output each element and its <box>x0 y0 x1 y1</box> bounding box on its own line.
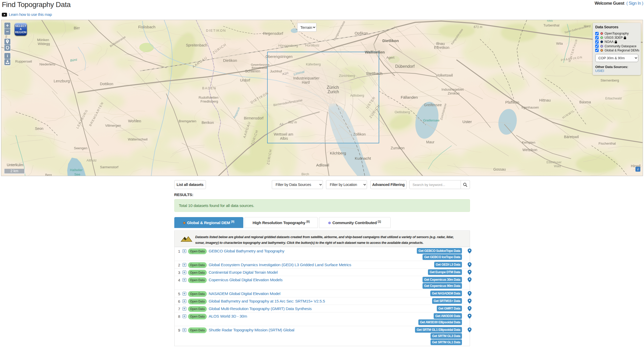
svg-text:Bernstrasse: Bernstrasse <box>252 66 267 69</box>
svg-text:Sarmenstorf: Sarmenstorf <box>100 165 119 169</box>
svg-text:Zurich: Zurich <box>328 90 339 94</box>
svg-text:Kempten: Kempten <box>522 140 535 144</box>
svg-text:Schlieren: Schlieren <box>245 69 260 73</box>
svg-text:Agert: Agert <box>386 56 394 59</box>
svg-text:Uster: Uster <box>462 119 472 124</box>
svg-text:Dietlikon: Dietlikon <box>382 38 399 43</box>
svg-text:Möriken: Möriken <box>37 38 49 42</box>
svg-text:Birch: Birch <box>301 172 309 176</box>
svg-text:Gossau: Gossau <box>493 167 506 171</box>
svg-text:Irgenhausen: Irgenhausen <box>522 106 539 109</box>
svg-text:Gewerbezone: Gewerbezone <box>251 63 269 66</box>
svg-text:Kusnacht: Kusnacht <box>355 156 371 160</box>
svg-text:Zimikon: Zimikon <box>448 91 460 95</box>
svg-text:Zollikon: Zollikon <box>353 132 366 136</box>
svg-text:Bremgarten: Bremgarten <box>179 119 196 123</box>
svg-text:Dietikon: Dietikon <box>223 58 237 63</box>
svg-text:Hittnau: Hittnau <box>539 98 551 102</box>
svg-text:A3: A3 <box>280 123 283 126</box>
svg-text:Altholz: Altholz <box>86 158 96 162</box>
svg-text:671 m: 671 m <box>474 25 482 29</box>
svg-text:Birmensdorf: Birmensdorf <box>244 116 264 120</box>
svg-text:Bauma: Bauma <box>579 100 591 104</box>
svg-text:Greifensee: Greifensee <box>424 103 442 107</box>
svg-text:Illnau: Illnau <box>436 42 445 46</box>
svg-text:Zumikon: Zumikon <box>391 146 405 150</box>
svg-text:Käferberg: Käferberg <box>306 62 321 66</box>
svg-text:Seon: Seon <box>35 126 44 131</box>
svg-text:Zürich: Zürich <box>327 85 339 90</box>
svg-text:Fislisbach: Fislisbach <box>138 25 156 29</box>
svg-text:Dottikon: Dottikon <box>100 82 113 86</box>
svg-text:Birr: Birr <box>74 26 80 30</box>
svg-text:Kilchberg: Kilchberg <box>330 151 346 155</box>
svg-text:Albis: Albis <box>280 136 288 140</box>
svg-text:Wallisellen: Wallisellen <box>365 50 385 54</box>
svg-text:Friedlisberg: Friedlisberg <box>200 99 218 103</box>
svg-text:Fällanden: Fällanden <box>401 95 418 99</box>
svg-text:Niederlenz: Niederlenz <box>39 62 56 66</box>
svg-text:Oberengstringen: Oberengstringen <box>266 55 293 59</box>
svg-text:Industriegebiet: Industriegebiet <box>441 88 464 91</box>
svg-text:Adlisberg: Adlisberg <box>350 93 364 97</box>
svg-text:Villmergen: Villmergen <box>105 124 121 127</box>
svg-text:Greifensee: Greifensee <box>423 118 440 122</box>
svg-text:Sternenberg: Sternenberg <box>600 78 619 82</box>
svg-text:Wältenschwil: Wältenschwil <box>128 137 148 141</box>
svg-text:Seengen: Seengen <box>74 146 87 150</box>
svg-text:Wald: Wald <box>554 164 561 168</box>
svg-text:Volketswil: Volketswil <box>436 73 453 77</box>
svg-text:Hard: Hard <box>302 80 310 84</box>
svg-text:Erbachwald: Erbachwald <box>605 97 622 100</box>
svg-text:Wettswil am: Wettswil am <box>274 132 293 136</box>
svg-text:See: See <box>74 172 80 176</box>
svg-text:Stettbach: Stettbach <box>366 71 382 76</box>
svg-text:Regensdorf: Regensdorf <box>263 31 283 36</box>
svg-text:Effretikon: Effretikon <box>434 45 449 50</box>
svg-text:Oetlisberg: Oetlisberg <box>394 110 410 114</box>
svg-text:Rupperswil: Rupperswil <box>15 59 32 63</box>
svg-text:Wohlen: Wohlen <box>128 119 141 123</box>
svg-text:Maur: Maur <box>426 140 434 144</box>
svg-text:Hürstholz: Hürstholz <box>305 43 320 47</box>
svg-text:Unterkulm: Unterkulm <box>7 163 23 167</box>
svg-text:Turbenthal: Turbenthal <box>543 23 559 27</box>
svg-text:Spreitenbach: Spreitenbach <box>186 43 207 47</box>
svg-text:Juchhof: Juchhof <box>270 69 282 73</box>
svg-text:862 m: 862 m <box>288 120 297 124</box>
svg-text:Berikon: Berikon <box>202 120 214 125</box>
svg-text:Adliswil: Adliswil <box>316 163 329 167</box>
svg-text:Fischenthal: Fischenthal <box>599 142 616 145</box>
svg-text:Berg: Berg <box>45 173 52 176</box>
svg-text:Wila: Wila <box>556 42 563 45</box>
svg-text:Zürichberg: Zürichberg <box>339 74 355 78</box>
svg-text:Opfikon: Opfikon <box>355 31 368 35</box>
svg-text:Pfaffikon: Pfaffikon <box>505 100 519 104</box>
svg-text:Industriequartier: Industriequartier <box>293 76 320 80</box>
svg-text:Bäretswil: Bäretswil <box>564 135 579 139</box>
svg-text:Urdorf: Urdorf <box>240 78 250 82</box>
svg-text:Wetzikon: Wetzikon <box>522 148 537 152</box>
svg-text:Lenzburg: Lenzburg <box>54 79 70 83</box>
svg-text:DIETIKON: DIETIKON <box>206 29 226 32</box>
svg-text:Ettenhuser: Ettenhuser <box>546 160 562 164</box>
svg-text:Toss: Toss <box>546 20 553 22</box>
svg-text:Dübendorf: Dübendorf <box>395 64 415 69</box>
svg-text:Rudolfstetten: Rudolfstetten <box>199 96 219 99</box>
svg-text:Hallwiler: Hallwiler <box>70 168 83 172</box>
svg-text:BADEN: BADEN <box>202 86 217 90</box>
svg-text:Hönggerberg: Hönggerberg <box>278 44 298 48</box>
svg-text:Wildegg: Wildegg <box>38 42 50 46</box>
